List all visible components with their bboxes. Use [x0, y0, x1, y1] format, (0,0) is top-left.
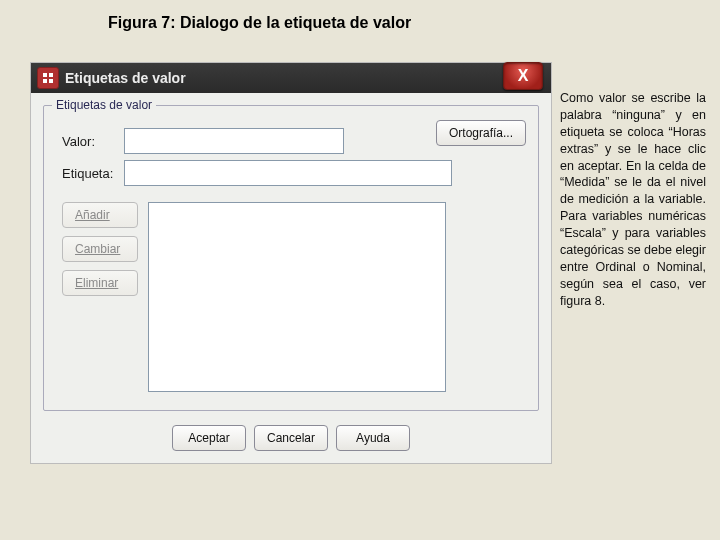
figure-caption: Figura 7: Dialogo de la etiqueta de valo…: [108, 14, 411, 32]
cambiar-button[interactable]: Cambiar: [62, 236, 138, 262]
dialog-bottom-buttons: Aceptar Cancelar Ayuda: [31, 425, 551, 451]
aceptar-button[interactable]: Aceptar: [172, 425, 246, 451]
app-icon: [37, 67, 59, 89]
row-etiqueta: Etiqueta:: [62, 160, 452, 186]
row-valor: Valor:: [62, 128, 344, 154]
valor-input[interactable]: [124, 128, 344, 154]
svg-rect-2: [43, 79, 47, 83]
label-valor: Valor:: [62, 134, 124, 149]
groupbox-legend: Etiquetas de valor: [52, 98, 156, 112]
ortografia-button[interactable]: Ortografía...: [436, 120, 526, 146]
eliminar-button[interactable]: Eliminar: [62, 270, 138, 296]
anadir-button[interactable]: Añadir: [62, 202, 138, 228]
window-controls: X: [501, 59, 545, 93]
etiqueta-input[interactable]: [124, 160, 452, 186]
groupbox-etiquetas: Etiquetas de valor Valor: Etiqueta: Orto…: [43, 105, 539, 411]
titlebar[interactable]: Etiquetas de valor X: [31, 63, 551, 94]
dialog-body: Etiquetas de valor Valor: Etiqueta: Orto…: [31, 93, 551, 463]
cancelar-button[interactable]: Cancelar: [254, 425, 328, 451]
svg-rect-3: [49, 79, 53, 83]
side-buttons: Añadir Cambiar Eliminar: [62, 202, 138, 304]
value-labels-listbox[interactable]: [148, 202, 446, 392]
svg-rect-1: [49, 73, 53, 77]
explanation-text: Como valor se escribe la palabra “ningun…: [560, 90, 706, 309]
svg-rect-0: [43, 73, 47, 77]
ortografia-wrap: Ortografía...: [436, 120, 526, 146]
close-button[interactable]: X: [503, 62, 543, 90]
dialog-window: Etiquetas de valor X Etiquetas de valor …: [30, 62, 552, 464]
label-etiqueta: Etiqueta:: [62, 166, 124, 181]
ayuda-button[interactable]: Ayuda: [336, 425, 410, 451]
window-title: Etiquetas de valor: [65, 70, 186, 86]
